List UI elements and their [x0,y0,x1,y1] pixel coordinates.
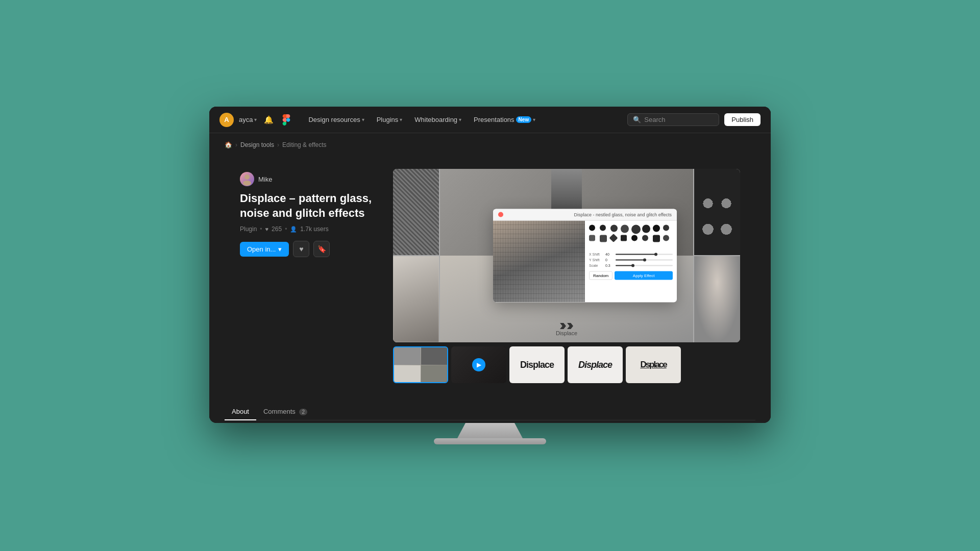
topnav: A ayca ▾ 🔔 [209,107,771,133]
plugin-type: Plugin [240,226,257,233]
random-button[interactable]: Random [589,271,612,280]
chevron-down-icon: ▾ [254,117,257,122]
main-preview: Displace - nestled glass, noise and glit… [393,169,740,342]
y-shift-slider[interactable]: Y Shift 0 [589,258,673,262]
figma-icon [281,114,292,126]
thumbnail-3[interactable]: Displace [509,346,565,383]
nav-presentations[interactable]: Presentations New ▾ [469,113,541,126]
effect-dot[interactable] [653,225,660,232]
thumbnail-4[interactable]: Displace [568,346,623,383]
close-icon[interactable] [498,212,503,217]
bottom-tabs: About Comments 2 [225,404,755,420]
publish-button[interactable]: Publish [724,113,761,126]
effect-dot[interactable] [589,225,595,231]
chevron-down-icon: ▾ [278,245,282,253]
popup-header: Displace - nestled glass, noise and glit… [493,209,677,221]
x-shift-slider[interactable]: X Shift 40 [589,253,673,256]
svg-point-0 [244,174,250,180]
nav-left: A ayca ▾ 🔔 [219,113,292,127]
thumbnail-1[interactable] [393,346,448,383]
effect-dot[interactable] [600,235,607,242]
breadcrumb-sep: › [235,141,237,148]
avatar [240,172,254,186]
chevron-icon: ▾ [533,117,535,122]
effect-dot[interactable] [642,235,648,241]
tab-about[interactable]: About [225,404,256,420]
chevron-icon: ▾ [459,117,461,122]
thumbnail-5[interactable]: Dsplace [626,346,681,383]
effect-dot[interactable] [589,235,595,241]
effect-dot[interactable] [663,235,669,241]
nav-center: Design resources ▾ Plugins ▾ Whiteboardi… [303,113,621,126]
home-icon[interactable]: 🏠 [225,141,232,148]
breadcrumb-sep-2: › [277,141,279,148]
apply-button[interactable]: Apply Effect [615,271,673,280]
nav-right: 🔍 Search Publish [627,113,761,126]
effect-dot[interactable] [631,235,638,241]
plugin-users: 1.7k users [300,226,328,233]
right-panel: Displace - nestled glass, noise and glit… [393,169,740,383]
heart-icon: ♥ [265,226,269,232]
search-icon: 🔍 [633,116,641,123]
effect-dot[interactable] [600,225,606,231]
popup-buttons: Random Apply Effect [589,271,673,280]
plugin-author: Mike [240,172,383,186]
dots-grid [589,225,673,242]
users-icon: 👤 [290,226,297,233]
effect-dot[interactable] [610,225,618,232]
action-row: Open in... ▾ ♥ 🔖 [240,241,383,257]
plugin-meta: Plugin • ♥ 265 • 👤 1.7k users [240,226,383,233]
svg-point-1 [243,181,251,186]
popup-controls: X Shift 40 Y Shift 0 [585,221,677,303]
thumbnails-row: ▶ Displace [393,346,740,383]
tab-comments[interactable]: Comments 2 [256,404,314,420]
main-content: Mike Displace – pattern glass, noise and… [225,159,755,393]
nav-design-resources[interactable]: Design resources ▾ [303,113,369,126]
effect-dot[interactable] [653,235,660,242]
bell-icon[interactable]: 🔔 [264,115,274,124]
breadcrumb-editing-effects: Editing & effects [282,141,327,148]
left-panel: Mike Displace – pattern glass, noise and… [240,169,383,383]
avatar[interactable]: A [219,113,234,127]
effect-dot[interactable] [663,225,669,231]
bookmark-button[interactable]: 🔖 [313,241,330,257]
search-box[interactable]: 🔍 Search [627,113,719,126]
like-button[interactable]: ♥ [293,241,309,257]
breadcrumb-design-tools[interactable]: Design tools [240,141,274,148]
effect-dot[interactable] [621,225,629,233]
effect-dot[interactable] [621,235,627,241]
effect-dot[interactable] [609,234,618,242]
plugin-title: Displace – pattern glass, noise and glit… [240,191,383,220]
username[interactable]: ayca ▾ [239,116,257,123]
chevron-icon: ▾ [400,117,402,122]
popup-body: X Shift 40 Y Shift 0 [493,221,677,303]
popup-preview-image [493,221,585,303]
breadcrumb: 🏠 › Design tools › Editing & effects [225,141,755,148]
chevron-icon: ▾ [362,117,364,122]
nav-whiteboarding[interactable]: Whiteboarding ▾ [409,113,467,126]
thumbnail-2[interactable]: ▶ [451,346,506,383]
scale-slider[interactable]: Scale 0.3 [589,264,673,267]
open-button[interactable]: Open in... ▾ [240,242,289,257]
nav-plugins[interactable]: Plugins ▾ [372,113,408,126]
effect-dot[interactable] [631,225,641,234]
effect-dot[interactable] [642,225,650,233]
plugin-likes: 265 [272,226,282,233]
preview-logo: Displace [556,323,577,336]
popup-title: Displace - nestled glass, noise and glit… [574,212,672,217]
monitor: A ayca ▾ 🔔 [209,107,771,423]
author-name: Mike [258,176,272,183]
monitor-stand [449,423,531,438]
preview-popup: Displace - nestled glass, noise and glit… [493,209,677,303]
monitor-base [434,438,546,444]
